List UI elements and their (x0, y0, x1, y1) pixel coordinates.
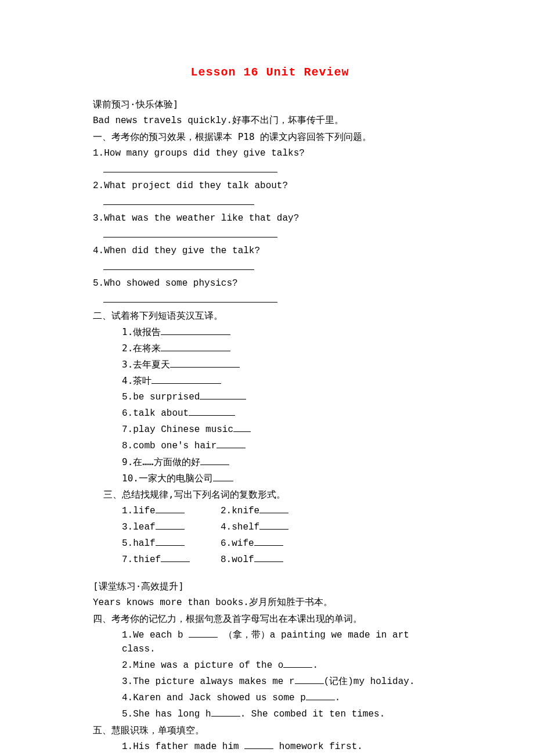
s2-item-3: 3.去年夏天 (93, 358, 447, 372)
s3-text-2: 2.knife (221, 506, 259, 516)
s2-text-7: 7.play Chinese music (122, 424, 233, 435)
proverb-2: Years knows more than books.岁月所知胜于书本。 (93, 596, 447, 610)
s4-text-5a: 5.She has long h (122, 709, 211, 719)
s3-text-8: 8.wolf (221, 555, 254, 565)
section-4-header: 四、考考你的记忆力，根据句意及首字母写出在本课出现的单词。 (93, 612, 447, 626)
answer-blank-4 (93, 260, 447, 274)
s2-item-8: 8.comb one's hair (93, 439, 447, 453)
s3-text-5: 5.half (122, 538, 156, 549)
s2-text-6: 6.talk about (122, 408, 189, 419)
answer-blank-5 (93, 293, 447, 307)
s5-q1a: 1.His father made him (122, 741, 244, 752)
s5-q1b: homework first. (273, 741, 363, 752)
question-4: 4.When did they give the talk? (93, 244, 447, 258)
s3-text-6: 6.wife (221, 538, 254, 549)
section-2-header: 二、试着将下列短语英汉互译。 (93, 309, 447, 323)
s4-text-2a: 2.Mine was a picture of the o (122, 660, 283, 671)
s2-item-9: 9.在……方面做的好 (93, 455, 447, 469)
s4-item-1: 1.We each b （拿，带）a painting we made in a… (93, 628, 447, 656)
question-3: 3.What was the weather like that day? (93, 211, 447, 225)
s2-item-6: 6.talk about (93, 406, 447, 420)
answer-blank-3 (93, 228, 447, 242)
s5-q1: 1.His father made him homework first. (93, 740, 447, 754)
s3-row-3: 5.half 6.wife (93, 537, 447, 550)
s2-item-1: 1.做报告 (93, 325, 447, 339)
s3-text-3: 3.leaf (122, 522, 156, 532)
lesson-title: Lesson 16 Unit Review (93, 64, 447, 81)
s2-text-4: 4.茶叶 (122, 375, 151, 386)
preclass-header: 课前预习·快乐体验] (93, 98, 447, 111)
s3-text-4: 4.shelf (221, 522, 259, 532)
s4-text-3b: (记住)my holiday. (324, 676, 415, 687)
s2-text-9: 9.在……方面做的好 (122, 456, 200, 467)
s3-row-4: 7.thief 8.wolf (93, 553, 447, 567)
s2-item-2: 2.在将来 (93, 341, 447, 355)
s2-text-8: 8.comb one's hair (122, 441, 217, 451)
s2-item-7: 7.play Chinese music (93, 423, 447, 437)
s3-text-1: 1.life (122, 506, 156, 516)
question-2: 2.What project did they talk about? (93, 179, 447, 193)
s4-text-4a: 4.Karen and Jack showed us some p (122, 693, 306, 703)
question-1: 1.How many groups did they give talks? (93, 146, 447, 160)
section-1-header: 一、考考你的预习效果，根据课本 P18 的课文内容回答下列问题。 (93, 130, 447, 144)
s2-item-4: 4.茶叶 (93, 374, 447, 388)
s2-text-3: 3.去年夏天 (122, 359, 170, 370)
s4-text-5b: . She combed it ten times. (240, 709, 385, 719)
s3-row-2: 3.leaf 4.shelf (93, 520, 447, 534)
document-page: Lesson 16 Unit Review 课前预习·快乐体验] Bad new… (0, 0, 534, 756)
answer-blank-1 (93, 163, 447, 177)
s4-item-4: 4.Karen and Jack showed us some p. (93, 691, 447, 705)
section-3-header: 三、总结找规律,写出下列名词的复数形式。 (93, 488, 447, 502)
s2-item-10: 10.一家大的电脑公司 (93, 471, 447, 485)
s4-text-1a: 1.We each b (122, 630, 189, 640)
s2-text-10: 10.一家大的电脑公司 (122, 473, 213, 484)
answer-blank-2 (93, 195, 447, 209)
section-5-header: 五、慧眼识珠，单项填空。 (93, 723, 447, 737)
s4-text-4b: . (335, 693, 341, 703)
s4-text-3a: 3.The picture always makes me r (122, 676, 295, 687)
s2-text-2: 2.在将来 (122, 343, 161, 354)
question-5: 5.Who showed some physics? (93, 276, 447, 290)
classwork-header: [课堂练习·高效提升] (93, 579, 447, 593)
proverb-1: Bad news travels quickly.好事不出门，坏事传千里。 (93, 114, 447, 128)
s4-item-3: 3.The picture always makes me r(记住)my ho… (93, 675, 447, 689)
s2-text-5: 5.be surprised (122, 392, 200, 402)
s4-item-2: 2.Mine was a picture of the o. (93, 658, 447, 672)
s3-row-1: 1.life 2.knife (93, 504, 447, 518)
s3-text-7: 7.thief (122, 555, 161, 565)
s2-text-1: 1.做报告 (122, 326, 161, 337)
s4-text-2b: . (312, 660, 318, 671)
s4-item-5: 5.She has long h. She combed it ten time… (93, 707, 447, 721)
s2-item-5: 5.be surprised (93, 390, 447, 404)
